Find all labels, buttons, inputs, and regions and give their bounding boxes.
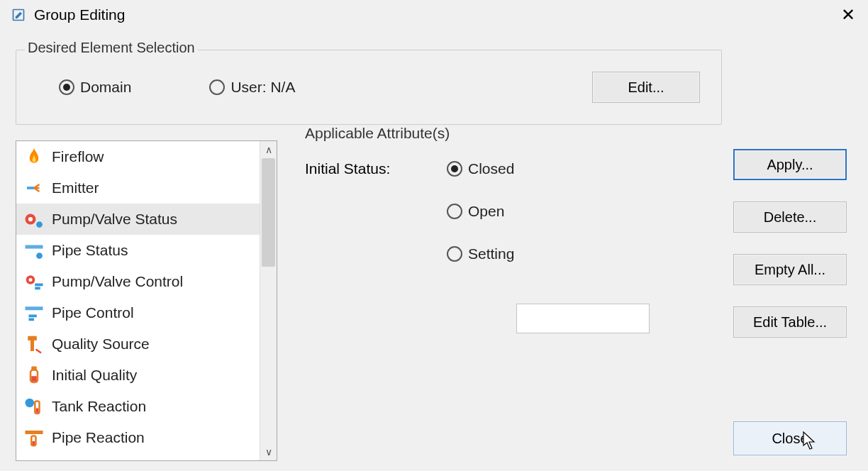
initial-quality-icon	[23, 365, 45, 386]
svg-rect-8	[35, 284, 43, 287]
radio-domain-label: Domain	[80, 79, 131, 96]
emitter-icon	[23, 177, 45, 199]
radio-setting[interactable]: Setting	[447, 245, 572, 262]
svg-point-18	[26, 399, 35, 408]
svg-rect-17	[31, 376, 37, 382]
setting-value-input[interactable]	[516, 304, 650, 333]
svg-rect-12	[29, 318, 35, 321]
svg-rect-20	[36, 409, 39, 413]
pipe-reaction-icon	[23, 427, 45, 448]
pumpvalve-control-icon	[23, 271, 45, 292]
list-item[interactable]: Pump/Valve Status	[16, 204, 260, 235]
radio-icon	[59, 79, 74, 95]
list-item-label: Pipe Control	[52, 304, 134, 321]
pumpvalve-status-icon	[23, 209, 45, 230]
svg-rect-14	[30, 340, 34, 351]
pipe-control-icon	[23, 302, 45, 323]
radio-icon	[447, 204, 462, 219]
attribute-list[interactable]: FireflowEmitterPump/Valve StatusPipe Sta…	[16, 140, 277, 461]
tank-reaction-icon	[23, 396, 45, 417]
scroll-thumb[interactable]	[262, 158, 275, 267]
edit-button[interactable]: Edit...	[592, 72, 700, 103]
pipe-status-icon	[23, 240, 45, 261]
group-editing-dialog: Group Editing ✕ Desired Element Selectio…	[0, 0, 868, 471]
svg-rect-4	[26, 245, 43, 249]
list-item[interactable]: Pipe Control	[16, 297, 260, 328]
list-item-label: Pump/Valve Control	[52, 273, 183, 290]
radio-icon	[209, 79, 225, 95]
close-button[interactable]: Close	[733, 421, 847, 455]
svg-point-3	[36, 221, 43, 228]
radio-icon	[447, 246, 462, 262]
radio-setting-label: Setting	[468, 245, 514, 262]
scroll-down-icon[interactable]: ∨	[260, 443, 277, 460]
scrollbar[interactable]: ∧ ∨	[260, 141, 277, 460]
list-item[interactable]: Tank Reaction	[16, 391, 260, 422]
list-item[interactable]: Pipe Status	[16, 235, 260, 266]
radio-closed-label: Closed	[468, 160, 514, 177]
list-item[interactable]: Pipe Reaction	[16, 422, 260, 453]
fire-icon	[23, 146, 45, 167]
svg-rect-23	[33, 441, 35, 445]
svg-rect-10	[26, 306, 43, 310]
list-item-label: Pipe Reaction	[52, 429, 145, 446]
svg-rect-9	[35, 287, 40, 290]
edit-table-button[interactable]: Edit Table...	[733, 306, 847, 338]
list-item[interactable]: Pump/Valve Control	[16, 266, 260, 297]
list-item[interactable]: Fireflow	[16, 141, 260, 172]
svg-rect-21	[26, 431, 43, 434]
svg-rect-13	[28, 336, 37, 340]
list-item-label: Tank Reaction	[52, 398, 146, 415]
quality-source-icon	[23, 333, 45, 355]
attributes-heading: Applicable Attribute(s)	[305, 125, 722, 142]
apply-button[interactable]: Apply...	[733, 149, 847, 180]
groupbox-legend: Desired Element Selection	[25, 40, 198, 56]
svg-point-2	[28, 217, 33, 221]
radio-user-label: User: N/A	[230, 79, 295, 96]
radio-icon	[447, 161, 462, 177]
svg-rect-11	[29, 315, 37, 318]
close-icon[interactable]: ✕	[837, 4, 859, 26]
radio-closed[interactable]: Closed	[447, 160, 572, 177]
action-buttons: Apply... Delete... Empty All... Edit Tab…	[733, 149, 847, 338]
svg-point-7	[29, 278, 33, 282]
list-item-label: Initial Quality	[52, 367, 137, 384]
window-title: Group Editing	[34, 6, 125, 23]
applicable-attributes-panel: Applicable Attribute(s) Initial Status: …	[291, 125, 722, 461]
initial-status-label: Initial Status:	[305, 160, 447, 333]
radio-user[interactable]: User: N/A	[209, 79, 295, 96]
list-item[interactable]: Emitter	[16, 172, 260, 204]
edit-icon	[11, 8, 26, 22]
list-item-label: Emitter	[52, 179, 99, 196]
delete-button[interactable]: Delete...	[733, 201, 847, 233]
empty-all-button[interactable]: Empty All...	[733, 254, 847, 285]
radio-domain[interactable]: Domain	[59, 79, 131, 96]
scroll-up-icon[interactable]: ∧	[260, 141, 277, 158]
list-item[interactable]: Quality Source	[16, 328, 260, 360]
titlebar: Group Editing ✕	[0, 0, 868, 30]
list-item-label: Fireflow	[52, 148, 104, 165]
radio-open-label: Open	[468, 203, 504, 220]
radio-open[interactable]: Open	[447, 203, 572, 220]
element-selection-groupbox: Desired Element Selection Domain User: N…	[16, 50, 722, 125]
list-item-label: Pump/Valve Status	[52, 211, 177, 228]
list-item-label: Quality Source	[52, 336, 150, 353]
list-item[interactable]: Initial Quality	[16, 360, 260, 391]
svg-point-5	[36, 253, 43, 259]
list-item-label: Pipe Status	[52, 242, 128, 259]
